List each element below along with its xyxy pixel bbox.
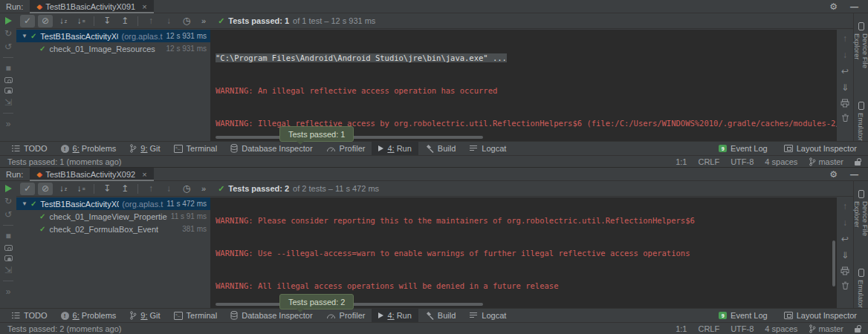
logcat-button[interactable]: Logcat (462, 309, 513, 323)
screenshot-icon[interactable] (4, 245, 13, 251)
caret-position[interactable]: 1:1 (676, 324, 687, 333)
screenshot-icon[interactable] (4, 77, 13, 83)
expanded-chevron-icon[interactable]: ▼ (22, 200, 27, 207)
git-branch-widget[interactable]: master (809, 157, 843, 166)
stop-icon[interactable]: ■ (5, 64, 10, 73)
sort-by-duration-icon[interactable]: ↓≡ (74, 183, 88, 195)
build-button[interactable]: Build (418, 309, 462, 323)
import-test-results-icon[interactable]: ⇲ (4, 98, 12, 107)
down-stacktrace-icon[interactable]: ↓ (843, 217, 847, 228)
previous-occurrence-icon[interactable]: ↑ (143, 183, 158, 195)
console-vertical-scrollbar[interactable] (832, 240, 835, 286)
problems-button[interactable]: ! 6: Problems (54, 142, 123, 156)
event-log-button[interactable]: 9 Event Log (712, 142, 774, 156)
next-occurrence-icon[interactable]: ↓ (161, 183, 176, 195)
show-ignored-icon[interactable]: ⊘ (38, 15, 53, 27)
collapse-all-icon[interactable]: ↥ (117, 15, 132, 27)
caret-position[interactable]: 1:1 (676, 157, 687, 166)
print-icon[interactable] (841, 99, 849, 108)
settings-gear-icon[interactable]: ⚙ (829, 1, 838, 12)
run-button[interactable]: 4: Run (372, 309, 418, 323)
sort-alphabetically-icon[interactable]: ↓z (56, 15, 71, 27)
git-button[interactable]: 9: Git (123, 142, 166, 156)
build-button[interactable]: Build (418, 142, 462, 156)
expanded-chevron-icon[interactable]: ▼ (22, 33, 27, 39)
todo-button[interactable]: TODO (4, 142, 54, 156)
soft-wrap-icon[interactable]: ↩ (841, 66, 849, 76)
more-actions-icon[interactable]: » (6, 287, 11, 296)
scroll-to-end-icon[interactable]: ⇓ (841, 82, 849, 93)
terminal-button[interactable]: >_ Terminal (167, 309, 224, 323)
scroll-to-end-icon[interactable]: ⇓ (841, 250, 849, 261)
collapse-all-icon[interactable]: ↥ (117, 183, 132, 195)
terminal-button[interactable]: >_ Terminal (167, 142, 224, 156)
run-tab[interactable]: ◆ TestB1BasicActivityX092 × (30, 168, 153, 181)
emulator-button[interactable]: Emulator (857, 269, 865, 308)
logcat-button[interactable]: Logcat (462, 142, 513, 156)
soft-wrap-icon[interactable]: ↩ (841, 234, 849, 244)
profiler-button[interactable]: Profiler (320, 142, 372, 156)
test-tree-case-row[interactable]: ✓ check_01_ImageView_Properties 11 s 91 … (16, 210, 210, 223)
line-separator[interactable]: CRLF (698, 157, 719, 166)
rerun-button[interactable] (5, 185, 12, 192)
show-ignored-icon[interactable]: ⊘ (38, 183, 53, 195)
toolbar-overflow-icon[interactable]: » (201, 184, 206, 193)
next-occurrence-icon[interactable]: ↓ (161, 15, 176, 27)
expand-all-icon[interactable]: ↧ (100, 183, 114, 195)
emulator-button[interactable]: Emulator (857, 102, 865, 141)
line-separator[interactable]: CRLF (698, 324, 719, 333)
profiler-button[interactable]: Profiler (320, 309, 372, 323)
test-history-icon[interactable]: ◷ (179, 183, 194, 195)
sort-by-duration-icon[interactable]: ↓≡ (74, 15, 88, 27)
stop-icon[interactable]: ■ (5, 232, 10, 240)
up-stacktrace-icon[interactable]: ↑ (843, 33, 847, 44)
run-button[interactable]: 4: Run (372, 142, 418, 156)
settings-gear-icon[interactable]: ⚙ (829, 169, 838, 180)
screen-record-icon[interactable] (4, 88, 13, 94)
git-button[interactable]: 9: Git (123, 309, 166, 323)
device-file-explorer-button[interactable]: Device File Explorer (853, 22, 868, 88)
toggle-auto-test-icon[interactable]: ↺ (4, 42, 12, 51)
sort-alphabetically-icon[interactable]: ↓z (56, 183, 71, 195)
test-tree-root-row[interactable]: ▼ ✓ TestB1BasicActivityX091 (org.aplas.t… (16, 30, 210, 42)
test-history-icon[interactable]: ◷ (179, 15, 194, 27)
device-file-explorer-button[interactable]: Device File Explorer (853, 190, 868, 255)
run-tab[interactable]: ◆ TestB1BasicActivityX091 × (30, 0, 153, 13)
screen-record-icon[interactable] (4, 255, 13, 261)
clear-console-trash-icon[interactable] (841, 114, 849, 122)
expand-all-icon[interactable]: ↧ (100, 15, 114, 27)
layout-inspector-button[interactable]: Layout Inspector (777, 142, 864, 156)
indent-style[interactable]: 4 spaces (765, 157, 797, 166)
git-branch-widget[interactable]: master (809, 324, 843, 333)
clear-console-trash-icon[interactable] (841, 281, 849, 290)
show-passed-icon[interactable]: ✓ (20, 15, 35, 27)
print-icon[interactable] (841, 266, 849, 275)
import-test-results-icon[interactable]: ⇲ (4, 266, 12, 275)
more-actions-icon[interactable]: » (6, 119, 11, 128)
toolbar-overflow-icon[interactable]: » (201, 16, 206, 25)
toggle-auto-test-icon[interactable]: ↺ (4, 210, 12, 219)
file-encoding[interactable]: UTF-8 (731, 324, 754, 333)
database-inspector-button[interactable]: Database Inspector (224, 309, 319, 323)
readonly-lock-icon[interactable] (855, 328, 861, 333)
down-stacktrace-icon[interactable]: ↓ (843, 50, 847, 60)
rerun-button[interactable] (5, 17, 12, 24)
test-tree-case-row[interactable]: ✓ check_02_FormulaBox_Event 381 ms (16, 223, 210, 235)
todo-button[interactable]: TODO (4, 309, 54, 323)
indent-style[interactable]: 4 spaces (765, 324, 797, 333)
readonly-lock-icon[interactable] (855, 161, 861, 166)
rerun-failed-tests-icon[interactable]: ↻ (4, 197, 12, 206)
file-encoding[interactable]: UTF-8 (731, 157, 754, 166)
previous-occurrence-icon[interactable]: ↑ (143, 15, 158, 27)
problems-button[interactable]: ! 6: Problems (54, 309, 123, 323)
test-tree-root-row[interactable]: ▼ ✓ TestB1BasicActivityX092 (org.aplas.t… (16, 197, 210, 210)
up-stacktrace-icon[interactable]: ↑ (843, 201, 847, 212)
close-tab-icon[interactable]: × (142, 2, 146, 11)
show-passed-icon[interactable]: ✓ (20, 183, 35, 195)
hide-window-icon[interactable]: — (850, 2, 858, 11)
test-tree-case-row[interactable]: ✓ check_01_Image_Resources 12 s 931 ms (16, 42, 210, 55)
hide-window-icon[interactable]: — (850, 170, 858, 179)
layout-inspector-button[interactable]: Layout Inspector (777, 309, 864, 323)
rerun-failed-tests-icon[interactable]: ↻ (4, 29, 12, 38)
event-log-button[interactable]: 9 Event Log (712, 309, 774, 323)
